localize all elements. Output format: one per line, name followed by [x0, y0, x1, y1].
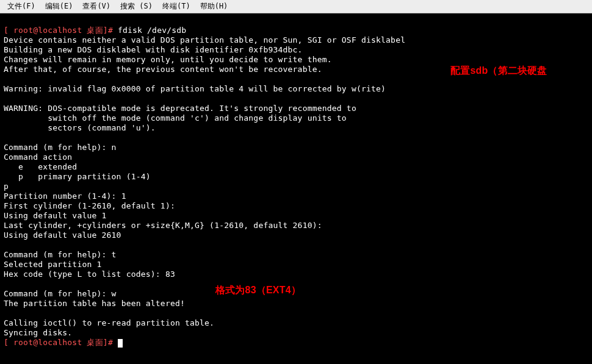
output-line: p primary partition (1-4): [4, 172, 151, 181]
output-line: Changes will remain in memory only, unti…: [4, 55, 332, 64]
output-line: Calling ioctl() to re-read partition tab…: [4, 318, 214, 327]
menu-file[interactable]: 文件(F): [2, 0, 40, 13]
output-line: First cylinder (1-2610, default 1):: [4, 201, 175, 210]
output-line: WARNING: DOS-compatible mode is deprecat…: [4, 104, 356, 113]
output-line: p: [4, 182, 9, 191]
cmd-fdisk: fdisk /dev/sdb: [118, 26, 186, 35]
menu-terminal[interactable]: 终端(T): [157, 0, 195, 13]
output-line: Last cylinder, +cylinders or +size{K,M,G…: [4, 221, 322, 230]
menubar: 文件(F) 编辑(E) 查看(V) 搜索 (S) 终端(T) 帮助(H): [0, 0, 592, 13]
output-line: Command (m for help): t: [4, 250, 117, 259]
menu-view[interactable]: 查看(V): [78, 0, 115, 13]
output-line: Hex code (type L to list codes): 83: [4, 269, 175, 279]
terminal-area[interactable]: [ root@localhost 桌面]# fdisk /dev/sdb Dev…: [0, 13, 592, 364]
output-line: Partition number (1-4): 1: [4, 191, 126, 201]
output-line: Command (m for help): w: [4, 289, 117, 298]
menu-search[interactable]: 搜索 (S): [115, 0, 157, 13]
prompt-userhost: [ root@localhost 桌面]#: [4, 26, 118, 35]
output-line: sectors (command 'u').: [4, 123, 156, 132]
menu-help[interactable]: 帮助(H): [195, 0, 233, 13]
prompt-userhost: [ root@localhost 桌面]#: [4, 338, 118, 347]
output-line: After that, of course, the previous cont…: [4, 65, 322, 74]
output-line: Device contains neither a valid DOS part…: [4, 35, 405, 45]
output-line: Using default value 1: [4, 211, 107, 220]
cursor-icon: [118, 339, 123, 348]
output-line: Syncing disks.: [4, 328, 72, 337]
menu-edit[interactable]: 编辑(E): [40, 0, 78, 13]
output-line: The partition table has been altered!: [4, 299, 185, 308]
output-line: switch off the mode (command 'c') and ch…: [4, 113, 347, 123]
output-line: Using default value 2610: [4, 230, 121, 240]
output-line: Warning: invalid flag 0x0000 of partitio…: [4, 84, 386, 93]
annotation-sdb: 配置sdb（第二块硬盘: [450, 66, 547, 76]
output-line: Command (m for help): n: [4, 143, 117, 152]
output-line: Selected partition 1: [4, 260, 102, 269]
output-line: e extended: [4, 162, 77, 171]
output-line: Building a new DOS disklabel with disk i…: [4, 45, 303, 54]
annotation-ext4: 格式为83（EXT4）: [215, 285, 301, 295]
output-line: Command action: [4, 152, 72, 162]
